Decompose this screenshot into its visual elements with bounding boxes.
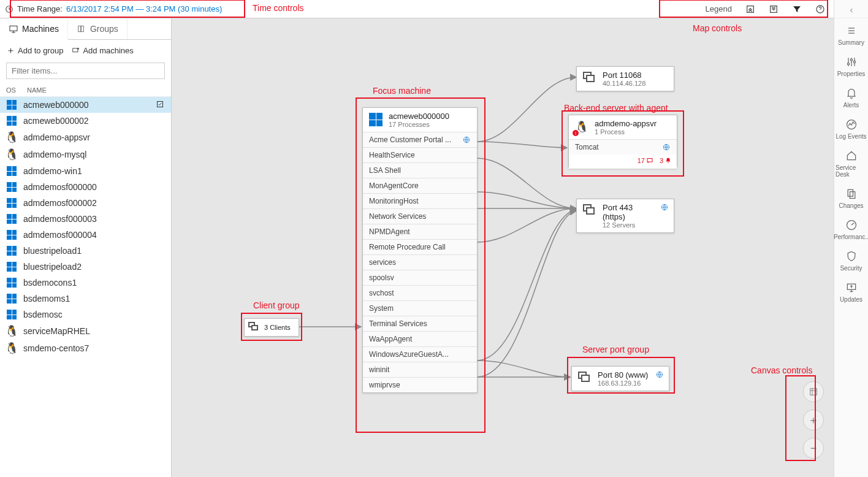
process-row[interactable]: Remote Procedure Call — [363, 239, 477, 254]
rail-label: Log Events — [836, 133, 866, 140]
client-group-node[interactable]: 3 Clients — [244, 318, 299, 337]
svg-rect-1 — [747, 6, 754, 12]
process-name: MonAgentCore — [369, 181, 419, 190]
filter-icon[interactable] — [792, 4, 802, 14]
process-row[interactable]: MonitoringHost — [363, 193, 477, 208]
list-item[interactable]: 🐧admdemo-mysql — [0, 146, 171, 163]
left-panel: Machines Groups ＋Add to group Add machin… — [0, 18, 172, 477]
list-item[interactable]: bsdemocons1 — [0, 275, 171, 291]
process-row[interactable]: WaAppAgent — [363, 331, 477, 346]
time-range-label: Time Range: — [17, 4, 63, 13]
port-443-node[interactable]: Port 443 (https) 12 Servers — [576, 199, 674, 233]
node-subtitle: 17 Processes — [389, 121, 449, 128]
zoom-in-button[interactable]: ＋ — [803, 410, 824, 430]
shield-icon — [845, 250, 858, 262]
list-item[interactable]: 🐧serviceMapRHEL — [0, 322, 171, 340]
map-canvas[interactable]: 3 Clients acmeweb000000 17 Processes Acm… — [172, 18, 834, 477]
zoom-out-button[interactable]: − — [803, 438, 824, 459]
process-row[interactable]: services — [363, 254, 477, 270]
list-item[interactable]: admdemosf000003 — [0, 211, 171, 227]
machine-name: bsdemosc — [23, 310, 150, 319]
process-row[interactable]: spoolsv — [363, 270, 477, 285]
process-row[interactable]: MonAgentCore — [363, 178, 477, 193]
node-subtitle: 1 Process — [595, 128, 657, 135]
edge-layer — [172, 18, 834, 477]
docs-icon — [845, 188, 858, 200]
list-item[interactable]: bsdemosc — [0, 307, 171, 322]
process-row[interactable]: Tomcat — [569, 139, 677, 155]
machine-name: acmeweb000000 — [23, 100, 150, 110]
list-item[interactable]: bluestripeload2 — [0, 259, 171, 275]
legend-button[interactable]: Legend — [706, 4, 732, 13]
port-11068-node[interactable]: Port 11068 40.114.46.128 — [576, 66, 674, 91]
windows-icon — [6, 182, 17, 192]
list-item[interactable]: 🐧smdemo-centos7 — [0, 340, 171, 357]
col-os[interactable]: OS — [6, 86, 27, 94]
col-name[interactable]: NAME — [27, 86, 47, 94]
node-subtitle: 40.114.46.128 — [603, 80, 645, 87]
list-item[interactable]: admdemosf000002 — [0, 195, 171, 211]
rail-collapse-button[interactable] — [834, 2, 868, 18]
list-item[interactable]: admdemosf000004 — [0, 227, 171, 243]
row-checkbox[interactable] — [156, 101, 165, 110]
process-row[interactable]: Acme Customer Portal ... — [363, 132, 477, 147]
speedometer-icon — [845, 219, 858, 231]
list-item[interactable]: acmeweb000000 — [0, 97, 171, 113]
add-machines-button[interactable]: Add machines — [72, 45, 133, 56]
rail-updates[interactable]: Updates — [834, 275, 868, 307]
rail-log-events[interactable]: Log Events — [834, 112, 868, 143]
rail-summary[interactable]: Summary — [834, 18, 868, 50]
list-item[interactable]: bluestripeload1 — [0, 243, 171, 259]
list-item[interactable]: bsdemoms1 — [0, 291, 171, 307]
collapse-all-icon[interactable] — [745, 4, 755, 14]
badge-changes[interactable]: 17 — [638, 157, 653, 164]
rail-label: Service Desk — [836, 164, 867, 178]
focus-machine-node[interactable]: acmeweb000000 17 Processes Acme Customer… — [362, 107, 478, 393]
monitor-icon — [9, 24, 18, 34]
time-range-control[interactable]: Time Range: 6/13/2017 2:54 PM — 3:24 PM … — [5, 4, 222, 13]
rail-changes[interactable]: Changes — [834, 181, 868, 213]
list-item[interactable]: admdemosf000000 — [0, 179, 171, 195]
help-icon[interactable] — [815, 4, 825, 14]
annot-client-group: Client group — [253, 300, 300, 310]
add-to-group-button[interactable]: ＋Add to group — [6, 45, 63, 56]
filter-input[interactable] — [6, 63, 165, 79]
process-row[interactable]: Terminal Services — [363, 316, 477, 331]
rail-alerts[interactable]: Alerts — [834, 81, 868, 112]
fit-icon — [809, 387, 818, 397]
process-row[interactable]: LSA Shell — [363, 162, 477, 178]
process-row[interactable]: Network Services — [363, 208, 477, 224]
process-row[interactable]: WindowsAzureGuestA... — [363, 346, 477, 362]
list-item[interactable]: acmeweb000002 — [0, 113, 171, 129]
process-row[interactable]: System — [363, 300, 477, 316]
rail-label: Performanc.. — [834, 234, 868, 240]
badge-alerts[interactable]: 3 — [660, 157, 672, 164]
process-row[interactable]: wininit — [363, 362, 477, 377]
process-row[interactable]: wmiprvse — [363, 377, 477, 392]
process-name: Terminal Services — [369, 319, 427, 328]
rail-performance[interactable]: Performanc.. — [834, 213, 868, 244]
appsvr-node[interactable]: 🐧! admdemo-appsvr 1 Process Tomcat 17 3 — [568, 115, 677, 169]
machine-name: acmeweb000002 — [23, 116, 150, 126]
svg-rect-8 — [848, 189, 853, 196]
tab-groups[interactable]: Groups — [68, 18, 128, 39]
linux-icon: 🐧 — [6, 326, 17, 337]
zoom-fit-button[interactable] — [803, 381, 824, 402]
process-row[interactable]: svchost — [363, 285, 477, 300]
list-item[interactable]: 🐧admdemo-appsvr — [0, 129, 171, 146]
process-row[interactable]: NPMDAgent — [363, 224, 477, 239]
svg-rect-15 — [73, 48, 78, 52]
port-80-node[interactable]: Port 80 (www) 168.63.129.16 — [571, 366, 669, 391]
expand-all-icon[interactable] — [769, 4, 779, 14]
gauge-icon — [845, 118, 858, 131]
process-name: wininit — [369, 365, 389, 374]
rail-properties[interactable]: Properties — [834, 50, 868, 81]
process-name: System — [369, 304, 394, 313]
process-row[interactable]: HealthService — [363, 147, 477, 162]
rail-service-desk[interactable]: Service Desk — [834, 143, 868, 181]
rail-security[interactable]: Security — [834, 244, 868, 275]
svg-point-6 — [853, 61, 855, 63]
list-item[interactable]: admdemo-win1 — [0, 163, 171, 179]
canvas-zoom-controls: ＋ − — [803, 381, 824, 459]
tab-machines[interactable]: Machines — [0, 19, 68, 40]
